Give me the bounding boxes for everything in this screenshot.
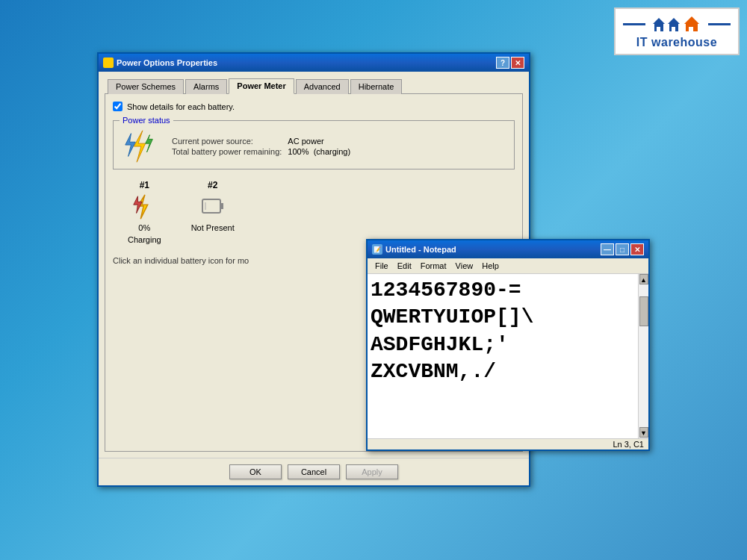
- help-button[interactable]: ?: [496, 57, 509, 69]
- svg-marker-6: [684, 16, 699, 24]
- notepad-icon: 📝: [372, 244, 382, 255]
- ok-button[interactable]: OK: [229, 464, 282, 479]
- tab-advanced[interactable]: Advanced: [296, 79, 349, 94]
- svg-marker-0: [653, 18, 665, 24]
- battery-items-row: #1 0% Charging #2: [128, 180, 500, 244]
- it-warehouse-logo: IT warehouse: [614, 7, 740, 55]
- current-source-label: Current power source:: [169, 136, 285, 146]
- notepad-scrollbar[interactable]: ▲ ▼: [638, 274, 648, 438]
- logo-warehouse: warehouse: [651, 36, 717, 49]
- svg-marker-3: [668, 18, 680, 24]
- svg-rect-2: [657, 27, 660, 31]
- power-status-row: Current power source: AC power Total bat…: [121, 131, 506, 161]
- tab-bar: Power Schemes Alarms Power Meter Advance…: [105, 78, 523, 93]
- notepad-line-1: 1234567890-=: [371, 277, 635, 304]
- battery-item-1: #1 0% Charging: [128, 180, 161, 244]
- notepad-cursor-pos: Ln 3, C1: [613, 440, 644, 449]
- notepad-minimize-button[interactable]: —: [601, 243, 614, 255]
- battery-large-icon: [121, 131, 158, 161]
- notepad-line-3: ASDFGHJKL;': [371, 332, 635, 358]
- svg-marker-10: [125, 134, 135, 157]
- logo-houses-svg: [647, 13, 707, 34]
- notepad-close-button[interactable]: ✕: [630, 243, 644, 255]
- power-status-group: Power status Curr: [113, 120, 515, 169]
- notepad-content-area: 1234567890-= QWERTYUIOP[]\ ASDFGHJKL;' Z…: [368, 274, 648, 438]
- notepad-statusbar: Ln 3, C1: [368, 438, 648, 449]
- notepad-line-2: QWERTYUIOP[]\: [371, 304, 635, 331]
- notepad-titlebar: 📝 Untitled - Notepad — □ ✕: [368, 240, 648, 258]
- svg-marker-11: [146, 135, 153, 152]
- power-info-table: Current power source: AC power Total bat…: [169, 136, 353, 157]
- power-options-title: Power Options Properties: [117, 58, 217, 67]
- power-options-titlebar: Power Options Properties ? ✕: [99, 54, 529, 72]
- battery-2-label: Not Present: [191, 223, 235, 232]
- total-battery-label: Total battery power remaining:: [169, 146, 285, 157]
- logo-houses: [623, 13, 731, 34]
- svg-rect-15: [220, 203, 223, 209]
- notepad-dialog: 📝 Untitled - Notepad — □ ✕ File Edit For…: [366, 239, 650, 451]
- svg-marker-13: [134, 196, 142, 214]
- notepad-menubar: File Edit Format View Help: [368, 258, 648, 274]
- battery-2-icon[interactable]: [199, 193, 226, 220]
- notepad-title-text: Untitled - Notepad: [385, 245, 456, 254]
- logo-line-right: [708, 23, 731, 25]
- battery-1-svg: [131, 193, 158, 221]
- svg-rect-5: [672, 27, 675, 31]
- logo-line-left: [623, 23, 645, 25]
- battery-charging-svg: [121, 128, 158, 164]
- battery-1-label: Charging: [128, 235, 161, 244]
- scrollbar-down-arrow[interactable]: ▼: [639, 427, 648, 438]
- notepad-maximize-button[interactable]: □: [616, 243, 629, 255]
- battery-2-number: #2: [208, 180, 217, 190]
- svg-rect-8: [689, 27, 693, 31]
- titlebar-buttons: ? ✕: [496, 57, 524, 69]
- titlebar-title-group: Power Options Properties: [103, 57, 217, 68]
- battery-1-percent: 0%: [138, 223, 150, 232]
- show-details-checkbox[interactable]: [113, 102, 123, 111]
- scrollbar-thumb[interactable]: [639, 296, 648, 326]
- notepad-titlebar-buttons: — □ ✕: [601, 243, 644, 255]
- apply-button[interactable]: Apply: [346, 464, 398, 479]
- notepad-menu-view[interactable]: View: [451, 260, 478, 272]
- battery-1-number: #1: [140, 180, 149, 190]
- notepad-menu-format[interactable]: Format: [416, 260, 451, 272]
- notepad-text[interactable]: 1234567890-= QWERTYUIOP[]\ ASDFGHJKL;' Z…: [368, 274, 638, 438]
- power-options-icon: [103, 57, 114, 68]
- close-button[interactable]: ✕: [511, 57, 524, 69]
- total-battery-value: 100% (charging): [285, 146, 353, 157]
- current-source-value: AC power: [285, 136, 353, 146]
- notepad-menu-edit[interactable]: Edit: [393, 260, 416, 272]
- logo-it: IT: [636, 36, 651, 49]
- notepad-menu-help[interactable]: Help: [477, 260, 503, 272]
- svg-marker-9: [134, 131, 145, 162]
- tab-power-schemes[interactable]: Power Schemes: [108, 79, 184, 94]
- tab-power-meter[interactable]: Power Meter: [229, 78, 294, 94]
- notepad-line-4: ZXCVBNM,./: [371, 358, 635, 385]
- battery-2-svg: [199, 193, 226, 220]
- logo-text: IT warehouse: [636, 36, 717, 49]
- tab-hibernate[interactable]: Hibernate: [350, 79, 403, 94]
- cancel-button[interactable]: Cancel: [288, 464, 340, 479]
- tab-alarms[interactable]: Alarms: [185, 79, 227, 94]
- battery-1-icon[interactable]: [131, 193, 158, 220]
- notepad-title-group: 📝 Untitled - Notepad: [372, 244, 456, 255]
- notepad-menu-file[interactable]: File: [371, 260, 393, 272]
- show-details-row: Show details for each battery.: [113, 102, 515, 111]
- power-status-title: Power status: [120, 116, 173, 125]
- battery-item-2: #2 Not Present: [191, 180, 235, 244]
- show-details-label: Show details for each battery.: [127, 102, 235, 111]
- scrollbar-up-arrow[interactable]: ▲: [639, 274, 648, 284]
- dialog-buttons: OK Cancel Apply: [99, 458, 529, 485]
